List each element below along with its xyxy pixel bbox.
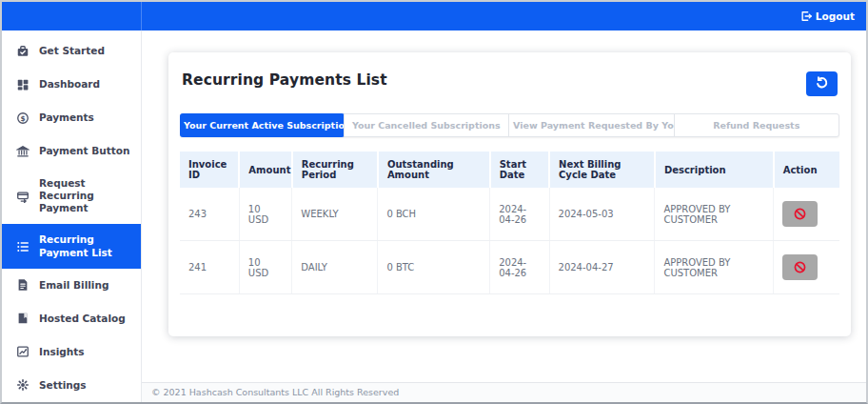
history-button[interactable] <box>806 71 838 96</box>
cell-action <box>774 241 839 294</box>
sidebar-item-label: Settings <box>39 379 87 392</box>
sidebar-item-get-started[interactable]: Get Started <box>2 34 141 68</box>
dashboard-icon <box>15 77 30 91</box>
sidebar-item-label: Insights <box>39 346 85 358</box>
tab-label: Refund Requests <box>713 120 799 131</box>
settings-icon <box>15 378 30 393</box>
svg-text:$: $ <box>20 113 25 122</box>
cell-description: APPROVED BY CUSTOMER <box>655 188 774 241</box>
cancel-subscription-button[interactable] <box>782 201 818 227</box>
page-title: Recurring Payments List <box>182 71 387 89</box>
cell-start-date: 2024-04-26 <box>490 241 549 294</box>
sidebar-item-hosted-catalog[interactable]: Hosted Catalog <box>2 302 141 335</box>
sidebar-item-recurring-payment-list[interactable]: Recurring Payment List <box>2 224 141 268</box>
cell-recurring-period: DAILY <box>292 241 378 294</box>
cell-amount: 10 USD <box>239 241 291 294</box>
sidebar-item-email-billing[interactable]: Email Billing <box>2 269 141 302</box>
sidebar-item-label: Recurring Payment List <box>39 233 131 258</box>
get-started-icon <box>15 44 30 58</box>
payments-icon: $ <box>15 111 30 125</box>
footer-copyright: © 2021 Hashcash Consultants LLC All Righ… <box>142 382 866 402</box>
sidebar-item-insights[interactable]: Insights <box>2 335 141 369</box>
cell-description: APPROVED BY CUSTOMER <box>655 241 774 294</box>
top-bar: Logout <box>2 2 866 30</box>
sidebar-item-payments[interactable]: $Payments <box>2 101 141 134</box>
sidebar-item-label: Email Billing <box>39 279 108 292</box>
tab-refund-requests[interactable]: Refund Requests <box>674 114 839 136</box>
sidebar-item-label: Payments <box>39 111 94 124</box>
ban-icon <box>793 207 807 221</box>
sidebar-item-request-recurring-payment[interactable]: Request Recurring Payment <box>2 168 141 224</box>
recurring-payment-list-icon <box>15 239 30 253</box>
insights-icon <box>15 345 30 359</box>
cell-outstanding-amount: 0 BCH <box>378 188 490 241</box>
table-header-row: Invoice IDAmountRecurring PeriodOutstand… <box>180 152 839 188</box>
request-recurring-payment-icon <box>15 189 30 203</box>
tab-label: Your Current Active Subscriptions <box>184 120 345 131</box>
cell-recurring-period: WEEKLY <box>292 188 378 241</box>
column-header-recurring-period: Recurring Period <box>292 152 378 188</box>
column-header-amount: Amount <box>239 152 291 188</box>
cell-invoice-id: 243 <box>180 188 239 241</box>
payment-button-icon <box>15 144 30 158</box>
column-header-action: Action <box>774 152 839 188</box>
column-header-outstanding-amount: Outstanding Amount <box>378 152 490 188</box>
table-row: 24110 USDDAILY0 BTC2024-04-262024-04-27A… <box>180 241 839 294</box>
recurring-payments-table: Invoice IDAmountRecurring PeriodOutstand… <box>180 152 839 294</box>
app-window: Logout Get StartedDashboard$PaymentsPaym… <box>0 0 868 404</box>
sidebar-item-label: Get Started <box>39 45 105 57</box>
tab-label: View Payment Requested By You <box>513 120 674 131</box>
sidebar-item-settings[interactable]: Settings <box>2 369 141 402</box>
cell-invoice-id: 241 <box>180 241 239 294</box>
table-body: 24310 USDWEEKLY0 BCH2024-04-262024-05-03… <box>180 188 839 294</box>
logout-icon <box>800 10 812 22</box>
subscription-tabs: Your Current Active SubscriptionsYour Ca… <box>180 113 839 137</box>
sidebar-item-dashboard[interactable]: Dashboard <box>2 68 141 101</box>
cell-action <box>774 188 839 241</box>
sidebar: Get StartedDashboard$PaymentsPayment But… <box>2 30 142 402</box>
sidebar-item-label: Payment Button <box>39 145 129 157</box>
logout-label: Logout <box>816 10 855 22</box>
cell-outstanding-amount: 0 BTC <box>378 241 490 294</box>
sidebar-item-label: Request Recurring Payment <box>39 177 131 214</box>
column-header-next-billing-cycle-date: Next Billing Cycle Date <box>549 152 655 188</box>
tab-view-payment-requested-by-you[interactable]: View Payment Requested By You <box>508 114 674 136</box>
tab-label: Your Cancelled Subscriptions <box>352 120 501 131</box>
recurring-payments-card: Recurring Payments List Your Current Act… <box>168 52 851 336</box>
cancel-subscription-button[interactable] <box>782 254 818 280</box>
email-billing-icon <box>15 278 30 293</box>
main-area: Recurring Payments List Your Current Act… <box>142 30 866 402</box>
hosted-catalog-icon <box>15 312 30 326</box>
column-header-description: Description <box>655 152 774 188</box>
cell-start-date: 2024-04-26 <box>490 188 549 241</box>
sidebar-item-label: Hosted Catalog <box>39 313 126 325</box>
sidebar-item-label: Dashboard <box>39 78 100 91</box>
column-header-start-date: Start Date <box>490 152 549 188</box>
column-header-invoice-id: Invoice ID <box>180 152 239 188</box>
table-row: 24310 USDWEEKLY0 BCH2024-04-262024-05-03… <box>180 188 839 241</box>
cell-next-billing-cycle-date: 2024-04-27 <box>549 241 655 294</box>
history-icon <box>815 75 829 92</box>
tab-your-cancelled-subscriptions[interactable]: Your Cancelled Subscriptions <box>344 114 509 136</box>
logout-button[interactable]: Logout <box>800 10 855 22</box>
sidebar-item-payment-button[interactable]: Payment Button <box>2 134 141 168</box>
ban-icon <box>793 260 807 274</box>
cell-amount: 10 USD <box>239 188 291 241</box>
cell-next-billing-cycle-date: 2024-05-03 <box>549 188 655 241</box>
tab-your-current-active-subscriptions[interactable]: Your Current Active Subscriptions <box>180 113 345 137</box>
